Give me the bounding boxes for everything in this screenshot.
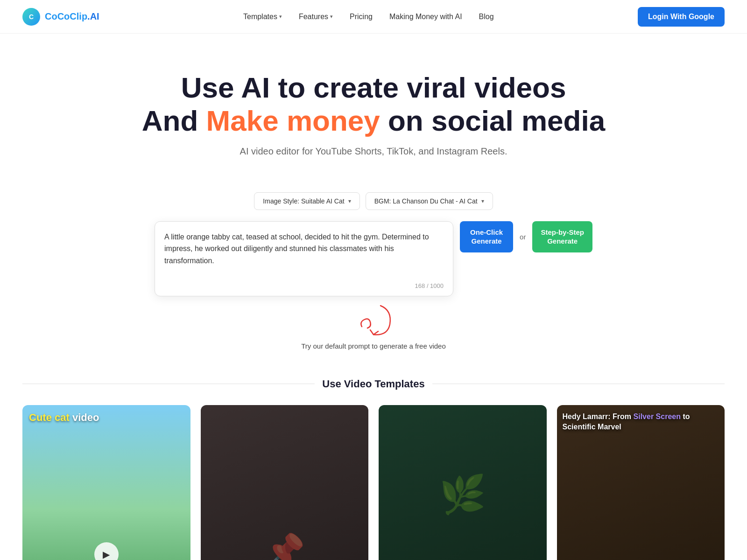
nav-link-templates[interactable]: Templates ▾ <box>243 13 282 21</box>
divider-right <box>432 384 725 384</box>
chevron-down-icon: ▾ <box>348 198 351 204</box>
navbar: C CoCoClip.AI Templates ▾ Features ▾ Pri… <box>0 0 747 34</box>
prompt-box: A little orange tabby cat, teased at sch… <box>155 221 453 296</box>
nav-link-making-money[interactable]: Making Money with AI <box>389 13 462 21</box>
video-card[interactable]: THE BIRTH AND EVOLUTION OF THE SAFETY PI… <box>201 405 369 560</box>
hero-subtitle-main: AI video editor for YouTube Shorts, TikT… <box>22 146 725 157</box>
divider-left <box>22 384 315 384</box>
card2-image: 📌 <box>264 531 305 560</box>
nav-links: Templates ▾ Features ▾ Pricing Making Mo… <box>243 13 494 21</box>
or-divider: or <box>520 233 526 241</box>
card4-overlay: Hedy Lamarr: From Silver Screen to Scien… <box>563 412 719 432</box>
video-card[interactable]: JUNGLE ADVENTURE: IN SEARCH OF THE LEGEN… <box>379 405 547 560</box>
section-divider: Use Video Templates <box>22 378 725 390</box>
chevron-down-icon: ▾ <box>481 198 484 204</box>
video-card[interactable]: Cute cat video 🐱 ▶ <box>22 405 190 560</box>
generator-section: Image Style: Suitable AI Cat ▾ BGM: La C… <box>0 192 747 350</box>
image-style-dropdown[interactable]: Image Style: Suitable AI Cat ▾ <box>254 192 359 210</box>
logo-icon: C <box>22 8 40 26</box>
card4-title: Hedy Lamarr: From Silver Screen to Scien… <box>563 412 719 432</box>
card3-image: 🌿 <box>439 473 486 517</box>
arrow-area: Try our default prompt to generate a fre… <box>301 301 446 350</box>
nav-link-pricing[interactable]: Pricing <box>350 13 373 21</box>
bgm-dropdown[interactable]: BGM: La Chanson Du Chat - AI Cat ▾ <box>366 192 493 210</box>
hero-headline: Use AI to create viral videos And Make m… <box>22 71 725 138</box>
login-button[interactable]: Login With Google <box>638 7 725 27</box>
step-by-step-generate-button[interactable]: Step-by-StepGenerate <box>532 221 592 252</box>
nav-item-templates[interactable]: Templates ▾ <box>243 13 282 21</box>
nav-item-blog[interactable]: Blog <box>479 13 494 21</box>
video-grid: Cute cat video 🐱 ▶ THE BIRTH AND EVOLUTI… <box>22 405 725 560</box>
one-click-generate-button[interactable]: One-ClickGenerate <box>460 221 513 252</box>
nav-item-features[interactable]: Features ▾ <box>299 13 333 21</box>
decorative-arrow <box>352 301 395 338</box>
video-card[interactable]: Hedy Lamarr: From Silver Screen to Scien… <box>557 405 725 560</box>
nav-link-features[interactable]: Features ▾ <box>299 13 333 21</box>
card1-title: Cute cat video <box>29 412 99 424</box>
hero-section: Use AI to create viral videos And Make m… <box>0 34 747 175</box>
chevron-down-icon: ▾ <box>279 14 282 20</box>
char-count: 168 / 1000 <box>164 282 444 289</box>
nav-item-pricing[interactable]: Pricing <box>350 13 373 21</box>
nav-link-blog[interactable]: Blog <box>479 13 494 21</box>
dropdown-row: Image Style: Suitable AI Cat ▾ BGM: La C… <box>254 192 493 210</box>
logo-text: CoCoClip.AI <box>45 11 99 22</box>
free-video-text: Try our default prompt to generate a fre… <box>301 342 446 350</box>
templates-section: Use Video Templates Cute cat video 🐱 ▶ T… <box>0 378 747 560</box>
chevron-down-icon: ▾ <box>330 14 333 20</box>
logo-link[interactable]: C CoCoClip.AI <box>22 8 99 26</box>
section-title: Use Video Templates <box>322 378 424 390</box>
nav-item-making-money[interactable]: Making Money with AI <box>389 13 462 21</box>
generate-row: One-ClickGenerate or Step-by-StepGenerat… <box>460 221 592 252</box>
prompt-textarea[interactable]: A little orange tabby cat, teased at sch… <box>164 231 444 279</box>
